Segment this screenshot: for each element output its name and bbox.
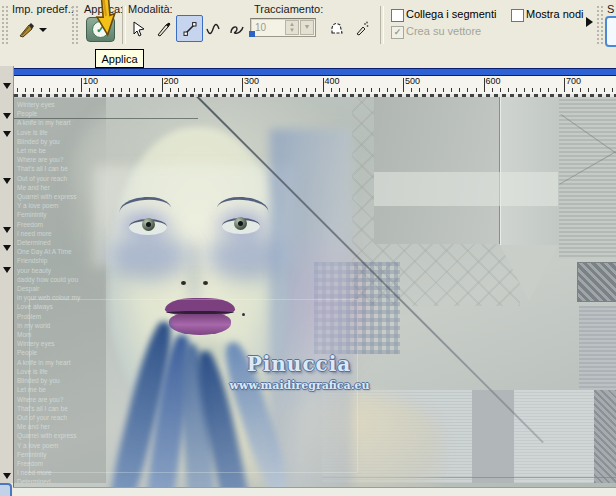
artwork-text-line: Quarrel with express	[17, 192, 105, 201]
artwork-text-line: Love is life	[17, 367, 105, 376]
ruler-minor-tick	[548, 88, 549, 92]
horizontal-ruler[interactable]: 100200300400500600700	[13, 76, 616, 95]
artwork-text-line: Problem	[17, 312, 105, 321]
ruler-minor-tick	[540, 88, 541, 92]
toolbar-overflow-button[interactable]	[586, 17, 593, 27]
ruler-minor-tick	[266, 88, 267, 92]
ruler-minor-tick	[612, 88, 613, 92]
mode-edit-button[interactable]	[126, 16, 152, 42]
ruler-minor-tick	[153, 88, 154, 92]
artwork-striped-texture	[559, 94, 616, 259]
texture-line	[560, 114, 616, 166]
spinbox-corner-marker	[249, 31, 255, 37]
artwork-text-line: I need more	[17, 468, 105, 477]
ruler-major-tick	[242, 78, 243, 92]
ruler-minor-tick	[121, 88, 122, 92]
artwork-dark-block	[577, 262, 616, 302]
artwork-text-line: A knife in my heart	[17, 358, 105, 367]
strip-arrow-marker[interactable]	[3, 227, 11, 233]
ruler-minor-tick	[476, 88, 477, 92]
artwork-text-line: Out of your reach	[17, 174, 105, 183]
panel-stripe	[594, 390, 616, 483]
ruler-minor-tick	[25, 88, 26, 92]
ruler-minor-tick	[492, 88, 493, 92]
bottom-left-corner-box[interactable]	[0, 483, 12, 496]
crea-vettore-checkbox-label: Crea su vettore	[406, 25, 481, 37]
ruler-label: 100	[83, 76, 98, 86]
mostra-nodi-checkbox[interactable]	[511, 9, 524, 22]
spin-slider-button[interactable]: ▼	[300, 20, 314, 35]
trace-pen-button[interactable]	[350, 16, 374, 40]
ruler-minor-tick	[234, 88, 235, 92]
mode-label: Modalità:	[128, 3, 173, 15]
artwork-panel-band	[374, 172, 558, 206]
strip-arrow-marker[interactable]	[3, 473, 11, 479]
strip-arrow-marker[interactable]	[3, 245, 11, 251]
line-segment-icon	[182, 21, 198, 37]
ruler-minor-tick	[202, 88, 203, 92]
ruler-minor-tick	[315, 88, 316, 92]
artwork-text-line: Where are you?	[17, 155, 105, 164]
collega-checkbox-label: Collega i segmenti	[406, 8, 497, 20]
artwork-text-line: Femininity	[17, 450, 105, 459]
ruler-label: 300	[244, 76, 259, 86]
toolbar-grip[interactable]	[72, 4, 79, 44]
ruler-minor-tick	[355, 88, 356, 92]
artwork-text-line: Freedom	[17, 220, 105, 229]
preset-pen-dropdown[interactable]	[10, 16, 52, 44]
spin-updown-button[interactable]: ▲▼	[285, 20, 299, 35]
strip-arrow-marker[interactable]	[3, 113, 11, 119]
mode-line-button[interactable]	[176, 15, 203, 42]
artwork-panel-point	[500, 245, 558, 301]
clipped-button[interactable]	[605, 16, 616, 47]
strip-arrow-marker[interactable]	[3, 83, 11, 89]
left-panel-strip	[0, 66, 14, 483]
artwork-text-line: In my world	[17, 321, 105, 330]
toolbar-grip[interactable]	[2, 4, 9, 44]
ruler-minor-tick	[596, 88, 597, 92]
artwork-text-line: Friendship	[17, 256, 105, 265]
ruler-minor-tick	[298, 88, 299, 92]
artwork-text-line: I need more	[17, 229, 105, 238]
ruler-minor-tick	[274, 88, 275, 92]
tracking-label: Tracciamento:	[254, 3, 323, 15]
artwork-text-line: Blinded by you	[17, 137, 105, 146]
strip-arrow-marker[interactable]	[3, 178, 11, 184]
ruler-minor-tick	[435, 88, 436, 92]
artwork-text-line: Love always	[17, 302, 105, 311]
ruler-minor-tick	[97, 88, 98, 92]
artwork-text-line: Y a love poem	[17, 201, 105, 210]
ruler-minor-tick	[532, 88, 533, 92]
image-canvas[interactable]: Wintery eyesPeopleA knife in my heartLov…	[13, 94, 616, 487]
clipped-group-label: S	[607, 3, 614, 15]
ruler-label: 700	[566, 76, 581, 86]
image-window-top-border[interactable]	[13, 68, 616, 76]
toolbar-grip[interactable]	[597, 4, 604, 44]
artwork-text-line: Me and her	[17, 183, 105, 192]
arc-segment-button[interactable]	[325, 16, 349, 40]
strip-arrow-marker[interactable]	[3, 131, 11, 137]
watermark-title: Pinuccia	[214, 352, 384, 376]
artwork-left-undereye	[109, 232, 189, 280]
artwork-right-texture	[579, 306, 616, 390]
ruler-minor-tick	[250, 88, 251, 92]
crea-vettore-checkbox: ✓	[391, 26, 404, 39]
ruler-minor-tick	[218, 88, 219, 92]
ruler-minor-tick	[588, 88, 589, 92]
ruler-minor-tick	[186, 88, 187, 92]
pen-preset-icon	[16, 20, 36, 40]
artwork-text-line: That's all I can be	[17, 404, 105, 413]
tracking-spinbox[interactable]: 10 ▲▼ ▼	[250, 18, 316, 37]
mode-knife-button[interactable]	[151, 16, 177, 42]
ruler-minor-tick	[467, 88, 468, 92]
ruler-minor-tick	[170, 88, 171, 92]
strip-arrow-marker[interactable]	[3, 267, 11, 273]
mode-freehand-button[interactable]	[224, 16, 250, 42]
ruler-minor-tick	[65, 88, 66, 92]
mode-point-curve-button[interactable]	[201, 16, 225, 42]
artwork-text-line: People	[17, 109, 105, 118]
collega-checkbox[interactable]	[391, 9, 404, 22]
artwork-text-line: Wintery eyes	[17, 339, 105, 348]
artwork-text-line: Y a love poem	[17, 441, 105, 450]
artwork-text-line: Where are you?	[17, 395, 105, 404]
